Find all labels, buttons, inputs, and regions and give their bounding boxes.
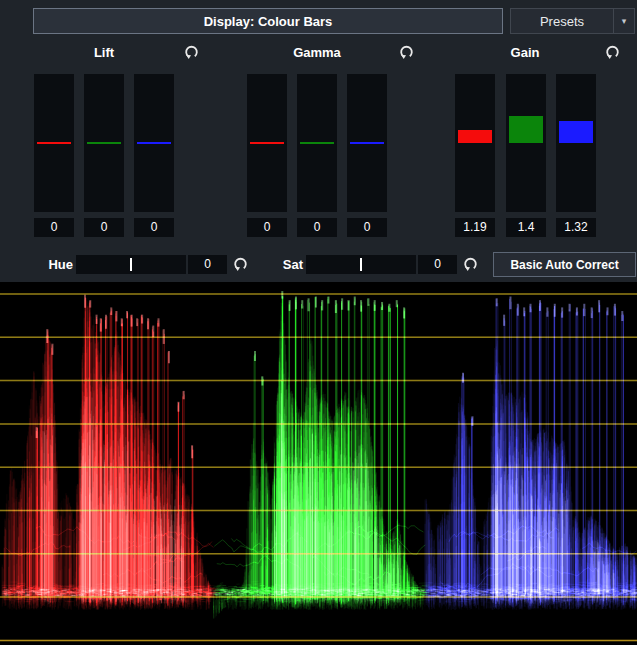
hue-slider-handle[interactable]: [130, 258, 132, 271]
colour-correct-panel: Display: Colour Bars Presets ▾ Lift Gamm…: [0, 0, 637, 645]
waveform-scope: [0, 282, 637, 645]
sat-slider-handle[interactable]: [360, 258, 362, 271]
lift-reset-icon[interactable]: [183, 44, 200, 61]
lift-green-value-box[interactable]: 0: [84, 218, 124, 237]
chevron-down-icon[interactable]: ▾: [614, 16, 634, 26]
sat-reset-icon[interactable]: [462, 256, 479, 273]
lift-green-slider-handle[interactable]: [87, 142, 121, 144]
gain-blue-value-box[interactable]: 1.32: [556, 218, 596, 237]
presets-button-label: Presets: [511, 14, 613, 29]
lift-blue-slider[interactable]: [134, 74, 174, 212]
gamma-green-value-box[interactable]: 0: [297, 218, 337, 237]
gain-green-slider[interactable]: [506, 74, 546, 212]
gamma-red-slider[interactable]: [247, 74, 287, 212]
presets-button[interactable]: Presets ▾: [510, 8, 635, 34]
gain-red-slider[interactable]: [455, 74, 495, 212]
gain-green-slider-handle[interactable]: [509, 116, 543, 143]
gain-red-value-box[interactable]: 1.19: [455, 218, 495, 237]
display-colour-bars-button[interactable]: Display: Colour Bars: [33, 8, 503, 34]
lift-blue-value-box[interactable]: 0: [134, 218, 174, 237]
gain-blue-slider[interactable]: [556, 74, 596, 212]
hue-label: Hue: [13, 255, 73, 274]
basic-auto-correct-label: Basic Auto Correct: [510, 258, 618, 272]
hue-value-box[interactable]: 0: [188, 255, 227, 274]
lift-red-slider-handle[interactable]: [37, 142, 71, 144]
sat-value-box[interactable]: 0: [418, 255, 457, 274]
lift-red-slider[interactable]: [34, 74, 74, 212]
gamma-reset-icon[interactable]: [398, 44, 415, 61]
lift-group-label: Lift: [34, 45, 174, 60]
gain-blue-slider-handle[interactable]: [559, 121, 593, 143]
gain-red-slider-handle[interactable]: [458, 130, 492, 143]
gain-group-label: Gain: [455, 45, 595, 60]
hue-slider[interactable]: [76, 255, 186, 274]
gamma-red-slider-handle[interactable]: [250, 142, 284, 144]
gamma-group-label: Gamma: [247, 45, 387, 60]
display-button-label: Display: Colour Bars: [204, 14, 333, 29]
sat-label: Sat: [243, 255, 303, 274]
lift-blue-slider-handle[interactable]: [137, 142, 171, 144]
gamma-red-value-box[interactable]: 0: [247, 218, 287, 237]
gain-green-value-box[interactable]: 1.4: [506, 218, 546, 237]
lift-red-value-box[interactable]: 0: [34, 218, 74, 237]
sat-slider[interactable]: [306, 255, 416, 274]
gamma-green-slider-handle[interactable]: [300, 142, 334, 144]
gamma-green-slider[interactable]: [297, 74, 337, 212]
waveform-canvas: [0, 282, 637, 645]
gamma-blue-value-box[interactable]: 0: [347, 218, 387, 237]
lift-green-slider[interactable]: [84, 74, 124, 212]
basic-auto-correct-button[interactable]: Basic Auto Correct: [493, 252, 636, 277]
gamma-blue-slider[interactable]: [347, 74, 387, 212]
gain-reset-icon[interactable]: [604, 44, 621, 61]
gamma-blue-slider-handle[interactable]: [350, 142, 384, 144]
